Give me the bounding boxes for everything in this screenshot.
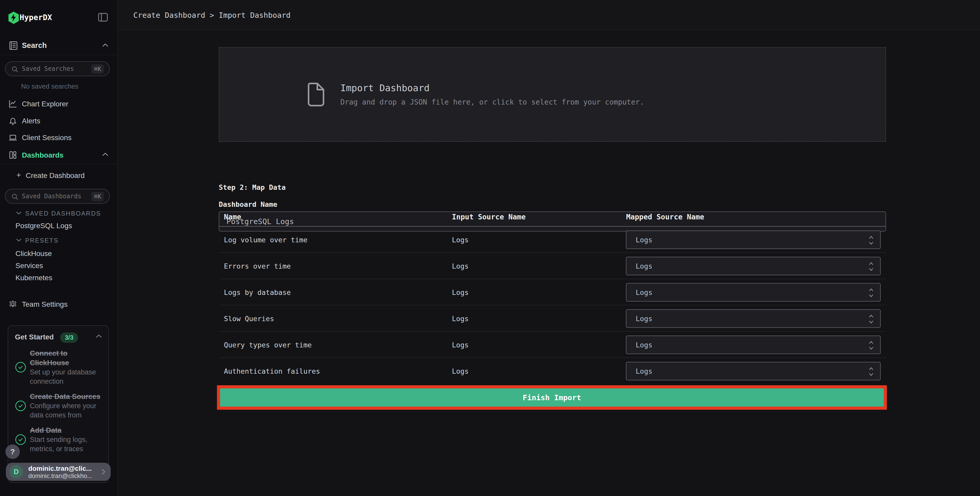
top-bar: Create Dashboard > Import Dashboard — [118, 0, 980, 30]
logo-row: HyperDX — [0, 10, 118, 26]
table-row: Authentication failures Logs Logs — [219, 358, 886, 384]
mapped-source-select[interactable]: Logs — [626, 257, 881, 275]
create-dashboard-button[interactable]: + Create Dashboard — [0, 170, 118, 180]
preset-item-kubernetes[interactable]: Kubernetes — [16, 273, 52, 283]
sidebar-item-client-sessions[interactable]: Client Sessions — [0, 132, 118, 143]
get-started-item-title: Create Data Sources — [30, 392, 103, 401]
saved-searches-input-wrap: ⌘K — [5, 61, 110, 76]
get-started-item-subtitle: Start sending logs, metrics, or traces — [30, 435, 103, 453]
sidebar-item-label: Chart Explorer — [22, 100, 68, 108]
file-icon — [307, 82, 326, 107]
dropzone-subtitle: Drag and drop a JSON file here, or click… — [340, 98, 799, 106]
mapped-source-select[interactable]: Logs — [626, 336, 881, 354]
saved-searches-input[interactable] — [22, 63, 91, 75]
get-started-item-title: Add Data — [30, 426, 103, 435]
select-caret-icon — [868, 367, 874, 377]
table-row: Slow Queries Logs Logs — [219, 305, 886, 332]
row-input-source: Logs — [452, 262, 469, 270]
mapped-source-select[interactable]: Logs — [626, 309, 881, 328]
get-started-item-subtitle: Set up your database connection — [30, 367, 103, 386]
mapped-source-select[interactable]: Logs — [626, 362, 881, 380]
preset-item-clickhouse[interactable]: ClickHouse — [16, 248, 52, 258]
sidebar-item-alerts[interactable]: Alerts — [0, 115, 118, 126]
row-input-source: Logs — [452, 289, 469, 297]
chevron-up-icon — [95, 334, 103, 339]
saved-dashboards-input-wrap: ⌘K — [5, 189, 110, 204]
search-icon — [11, 193, 19, 201]
finish-import-button[interactable]: Finish Import — [220, 388, 884, 407]
saved-dashboards-group-header[interactable]: SAVED DASHBOARDS — [0, 208, 118, 218]
get-started-item-title: Connect to ClickHouse — [30, 348, 103, 367]
avatar: D — [10, 465, 23, 478]
sidebar-collapse-icon[interactable] — [98, 12, 108, 22]
get-started-item-subtitle: Configure where your data comes from — [30, 401, 103, 420]
search-section-icon — [8, 41, 18, 51]
select-value: Logs — [636, 236, 652, 244]
dashboard-name-label: Dashboard Name — [219, 200, 277, 208]
sidebar-item-chart-explorer[interactable]: Chart Explorer — [0, 98, 118, 110]
group-header-label: SAVED DASHBOARDS — [25, 210, 101, 217]
help-button[interactable]: ? — [5, 445, 20, 459]
hyperdx-app: HyperDX Search — [0, 0, 980, 496]
chevron-up-icon — [101, 152, 110, 157]
table-row: Query types over time Logs Logs — [219, 332, 886, 358]
gear-icon — [8, 300, 17, 308]
chevron-right-icon — [101, 468, 106, 476]
check-circle-icon — [15, 434, 26, 445]
select-value: Logs — [636, 262, 652, 270]
get-started-item[interactable]: Add Data Start sending logs, metrics, or… — [15, 426, 103, 453]
mapped-source-select[interactable]: Logs — [626, 230, 881, 249]
mapped-source-select[interactable]: Logs — [626, 283, 881, 301]
sidebar-item-label: Dashboards — [22, 151, 64, 159]
no-saved-searches-text: No saved searches — [21, 82, 78, 90]
row-input-source: Logs — [452, 367, 469, 375]
app-title: HyperDX — [19, 13, 52, 22]
group-header-label: PRESETS — [25, 237, 59, 244]
alerts-bell-icon — [8, 116, 17, 125]
table-row: Errors over time Logs Logs — [219, 253, 886, 279]
row-name: Slow Queries — [224, 315, 274, 323]
plus-icon: + — [16, 171, 21, 180]
select-caret-icon — [868, 340, 874, 351]
sidebar-item-dashboards[interactable]: Dashboards — [0, 149, 118, 161]
select-value: Logs — [636, 367, 652, 375]
row-input-source: Logs — [452, 315, 469, 323]
get-started-header[interactable]: Get Started 3/3 — [15, 332, 103, 343]
get-started-item[interactable]: Connect to ClickHouse Set up your databa… — [15, 348, 103, 386]
sidebar: HyperDX Search — [0, 0, 118, 496]
get-started-items: Connect to ClickHouse Set up your databa… — [15, 348, 103, 459]
shortcut-badge: ⌘K — [91, 192, 104, 201]
step-label: Step 2: Map Data — [219, 183, 286, 191]
sidebar-item-label: Alerts — [22, 117, 40, 125]
hyperdx-logo-icon — [8, 11, 19, 24]
column-header-input-source: Input Source Name — [452, 213, 526, 221]
select-caret-icon — [868, 314, 874, 324]
team-settings-label: Team Settings — [22, 300, 67, 308]
import-dropzone[interactable]: Import Dashboard Drag and drop a JSON fi… — [219, 47, 886, 142]
row-input-source: Logs — [452, 341, 469, 349]
create-dashboard-label: Create Dashboard — [26, 172, 85, 180]
select-value: Logs — [636, 289, 652, 297]
dropzone-title: Import Dashboard — [340, 83, 799, 93]
select-value: Logs — [636, 341, 652, 349]
client-sessions-icon — [8, 133, 17, 142]
user-menu[interactable]: D dominic.tran@clic... dominic.tran@clic… — [6, 463, 111, 481]
presets-group-header[interactable]: PRESETS — [0, 235, 118, 245]
get-started-card: Get Started 3/3 — [8, 325, 109, 483]
get-started-item[interactable]: Create Data Sources Configure where your… — [15, 392, 103, 420]
saved-dashboard-item[interactable]: PostgreSQL Logs — [16, 220, 72, 231]
breadcrumb: Create Dashboard > Import Dashboard — [133, 11, 291, 19]
check-circle-icon — [15, 362, 26, 373]
search-section-header[interactable]: Search — [0, 36, 118, 55]
search-section-label: Search — [22, 41, 47, 50]
chevron-down-icon — [16, 211, 22, 215]
check-circle-icon — [15, 400, 26, 411]
column-header-mapped-source: Mapped Source Name — [626, 213, 704, 221]
sidebar-item-team-settings[interactable]: Team Settings — [0, 298, 118, 310]
search-icon — [11, 65, 19, 73]
saved-dashboards-input[interactable] — [22, 190, 91, 202]
row-name: Log volume over time — [224, 236, 307, 244]
finish-import-label: Finish Import — [523, 393, 581, 402]
preset-item-services[interactable]: Services — [16, 260, 43, 271]
user-name: dominic.tran@clic... — [28, 464, 92, 472]
